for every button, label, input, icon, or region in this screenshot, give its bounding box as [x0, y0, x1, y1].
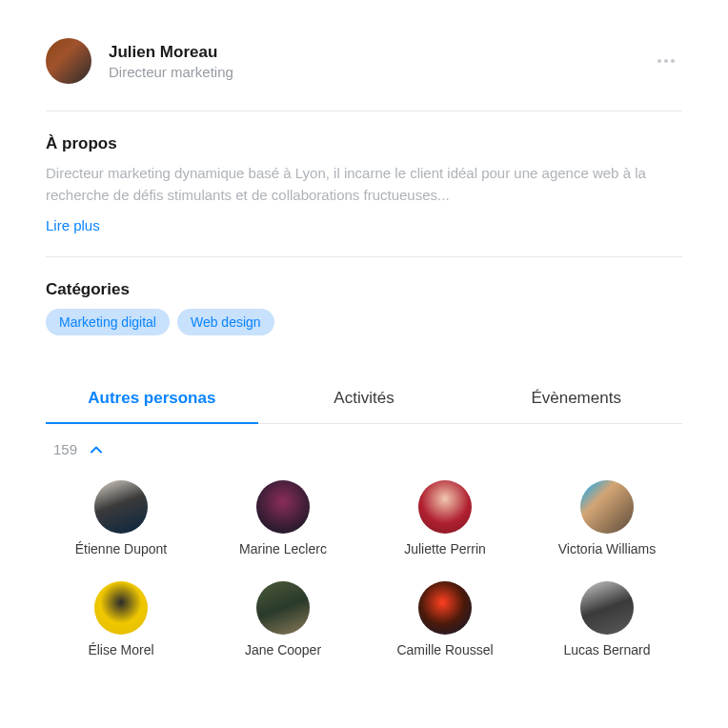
persona-name: Lucas Bernard [563, 642, 650, 657]
profile-header: Julien Moreau Directeur marketing [46, 38, 682, 84]
persona-item[interactable]: Étienne Dupont [46, 480, 196, 556]
persona-name: Camille Roussel [396, 642, 493, 657]
category-tag[interactable]: Marketing digital [46, 309, 170, 335]
persona-item[interactable]: Élise Morel [46, 581, 196, 657]
tab-autres-personas[interactable]: Autres personas [46, 374, 258, 423]
persona-name: Victoria Williams [558, 541, 656, 556]
persona-avatar [418, 480, 472, 534]
tabs: Autres personasActivitésÉvènements [46, 374, 682, 424]
profile-info: Julien Moreau Directeur marketing [109, 43, 233, 80]
about-text: Directeur marketing dynamique basé à Lyo… [46, 163, 682, 206]
persona-item[interactable]: Camille Roussel [370, 581, 520, 657]
profile-avatar[interactable] [46, 38, 91, 84]
persona-avatar [418, 581, 472, 635]
about-section: À propos Directeur marketing dynamique b… [46, 111, 682, 256]
persona-name: Marine Leclerc [239, 541, 327, 556]
persona-name: Jane Cooper [245, 642, 321, 657]
header-left: Julien Moreau Directeur marketing [46, 38, 233, 84]
personas-count: 159 [53, 441, 77, 457]
categories-section: Catégories Marketing digitalWeb design [46, 257, 682, 358]
persona-item[interactable]: Lucas Bernard [532, 581, 682, 657]
profile-name: Julien Moreau [109, 43, 233, 62]
persona-item[interactable]: Victoria Williams [532, 480, 682, 556]
count-row: 159 [46, 424, 682, 467]
persona-avatar [256, 480, 310, 534]
category-tag[interactable]: Web design [177, 309, 274, 335]
tab-évènements[interactable]: Évènements [470, 374, 682, 423]
tab-activités[interactable]: Activités [258, 374, 471, 423]
persona-name: Juliette Perrin [404, 541, 486, 556]
personas-grid: Étienne DupontMarine LeclercJuliette Per… [46, 467, 682, 657]
read-more-link[interactable]: Lire plus [46, 217, 682, 233]
persona-item[interactable]: Juliette Perrin [370, 480, 520, 556]
about-heading: À propos [46, 134, 682, 153]
persona-avatar [94, 480, 148, 534]
persona-name: Étienne Dupont [75, 541, 168, 556]
tag-list: Marketing digitalWeb design [46, 309, 682, 335]
chevron-up-icon[interactable] [91, 446, 102, 454]
persona-avatar [580, 480, 634, 534]
profile-title: Directeur marketing [109, 64, 233, 80]
categories-heading: Catégories [46, 280, 682, 299]
more-icon[interactable] [650, 51, 682, 71]
persona-item[interactable]: Marine Leclerc [208, 480, 358, 556]
persona-item[interactable]: Jane Cooper [208, 581, 358, 657]
persona-avatar [94, 581, 148, 635]
persona-avatar [256, 581, 310, 635]
persona-name: Élise Morel [88, 642, 153, 657]
persona-avatar [580, 581, 634, 635]
